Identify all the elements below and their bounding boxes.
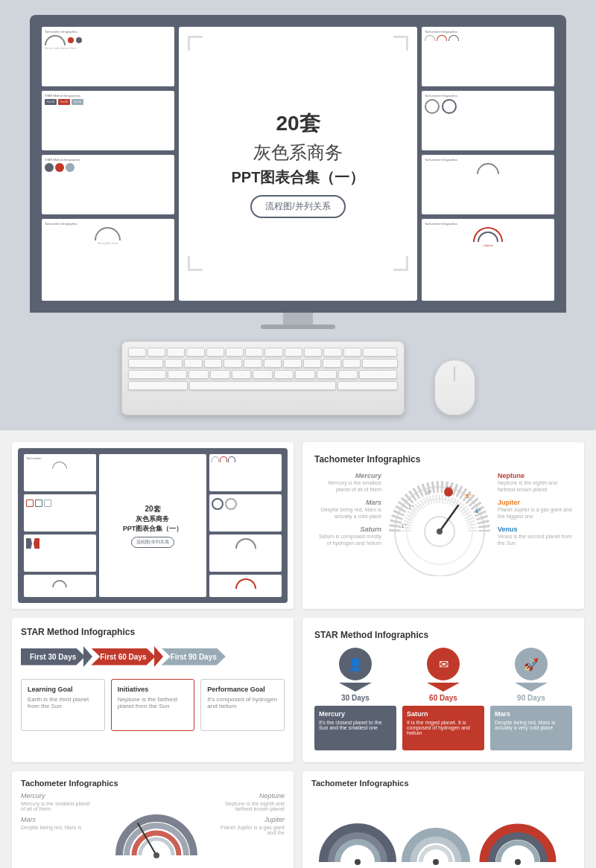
mini-arcs-container	[311, 795, 575, 868]
step-30-days: First 30 Days	[21, 648, 85, 666]
tach-bottom-left-title: Tachometer Infographics	[21, 779, 285, 788]
sp-mini-r3	[209, 534, 282, 572]
star2-col-3: 🚀 90 Days Mars Despite being red, Mars i…	[490, 648, 572, 750]
arc-graphic	[101, 792, 212, 868]
left-thumbnails: Tachometer Infographics Mercury Jupiter …	[42, 27, 174, 301]
key	[165, 359, 183, 368]
slide-preview-inner: Tachometer	[18, 448, 288, 603]
mercury-label: Mercury Mercury is the smallest planet o…	[314, 472, 381, 493]
tach-bottom-right-title: Tachometer Infographics	[311, 779, 575, 788]
mars-label: Mars Despite being red, Mars is actually…	[314, 499, 381, 520]
star2-col-1: 👤 30 Days Mercury It's the closest plane…	[314, 648, 396, 750]
star2-content-2: Saturn It is the ringed planet. It is co…	[402, 706, 484, 750]
svg-point-16	[515, 859, 521, 865]
sp-mini-1: Tachometer	[24, 454, 96, 491]
spacebar	[189, 381, 337, 390]
center-slide: 20套 灰色系商务 PPT图表合集（一） 流程图/并列关系	[179, 27, 417, 301]
star2-content-1: Mercury It's the closest planet to the S…	[314, 706, 396, 750]
sp-right	[209, 454, 282, 597]
venus-label: Venus Venus is the second planet from th…	[498, 526, 572, 546]
key	[232, 370, 252, 379]
key	[188, 370, 209, 379]
thumb-r4: Tachometer Infographics ● Neptune	[422, 219, 554, 301]
right-labels: Neptune Neptune is the eighth and farthe…	[218, 792, 285, 868]
svg-point-15	[433, 859, 439, 865]
star-steps: First 30 Days First 60 Days First 90 Day…	[21, 646, 285, 667]
main-content: Tachometer	[0, 430, 596, 868]
sp-mini-2	[24, 494, 96, 532]
svg-point-4	[437, 529, 443, 534]
star2-icon-3: 🚀	[515, 648, 548, 680]
key	[264, 359, 282, 368]
monitor-inner: Tachometer Infographics Mercury Jupiter …	[37, 22, 559, 305]
person-icon: 👤	[348, 657, 363, 671]
key	[226, 348, 244, 357]
key	[245, 348, 263, 357]
left-labels: Mercury Mercury is the smallest planet o…	[21, 792, 95, 868]
thumb-2: STAR Method Infographics First 30 First …	[42, 91, 174, 150]
key	[224, 359, 242, 368]
jupiter-label: Jupiter Planet Jupiter is a gas giant an…	[498, 499, 572, 520]
key	[264, 348, 282, 357]
step-60-days: First 60 Days	[91, 648, 155, 666]
svg-text:1°: 1°	[401, 523, 407, 529]
svg-point-11	[444, 488, 453, 497]
key	[210, 370, 230, 379]
rocket-icon: 🚀	[524, 657, 539, 671]
key	[128, 381, 188, 390]
key	[338, 370, 358, 379]
tachometer-card: Tachometer Infographics Mercury Mercury …	[302, 442, 584, 609]
main-title-line2: 灰色系商务	[253, 141, 343, 165]
key	[128, 359, 163, 368]
svg-text:6°: 6°	[475, 508, 481, 514]
star-method-1-title: STAR Method Infographics	[21, 627, 285, 637]
right-planet-labels: Neptune Neptune is the eighth and farthe…	[498, 472, 572, 547]
key	[253, 370, 273, 379]
key	[186, 348, 204, 357]
key	[323, 348, 341, 357]
arrow-2	[427, 683, 460, 692]
key	[323, 359, 341, 368]
star-method-card-2: STAR Method Infographics 👤 30 Days Mercu…	[302, 618, 584, 762]
star2-content-3: Mars Despite being red, Mars is actually…	[490, 706, 572, 750]
key	[285, 348, 302, 357]
thumb-r3: Tachometer Infographics	[422, 155, 554, 214]
sp-mini-r2	[209, 494, 282, 532]
thumb-3: STAR Method Infographics	[42, 155, 174, 214]
svg-text:2°: 2°	[408, 504, 414, 511]
slide-preview-card: Tachometer	[12, 442, 294, 609]
keyboard	[121, 341, 405, 415]
key	[362, 359, 397, 368]
key	[337, 381, 397, 390]
sp-left: Tachometer	[24, 454, 96, 597]
mail-icon: ✉	[439, 657, 448, 671]
main-title-line3: PPT图表合集（一）	[232, 167, 365, 188]
star-method-card-1: STAR Method Infographics First 30 Days F…	[12, 618, 294, 762]
sp-mini-3	[24, 534, 96, 572]
gauge-svg-container: 1° 2° 3° 4° 5° 6°	[387, 472, 492, 579]
gauge-svg: 1° 2° 3° 4° 5° 6°	[387, 472, 492, 576]
key	[148, 348, 165, 357]
key	[128, 348, 146, 357]
key	[303, 359, 322, 368]
left-planet-labels: Mercury Mercury is the smallest planet o…	[314, 472, 381, 547]
star-box-3: Performance Goal It's composed of hydrog…	[200, 679, 285, 731]
top-section: Tachometer Infographics Mercury Jupiter …	[0, 0, 596, 329]
thumb-r1: Tachometer Infographics	[422, 27, 554, 86]
key	[204, 359, 223, 368]
step-90-days: First 90 Days	[162, 648, 226, 666]
svg-point-13	[153, 852, 159, 858]
key	[304, 348, 322, 357]
key	[359, 370, 397, 379]
sp-center: 20套 灰色系商务 PPT图表合集（一） 流程图/并列关系	[99, 454, 207, 597]
star2-col-2: ✉ 60 Days Saturn It is the ringed planet…	[402, 648, 484, 750]
key	[168, 370, 188, 379]
main-subtitle: 流程图/并列关系	[250, 195, 345, 218]
main-title-line1: 20套	[276, 109, 320, 138]
thumb-r2: Tachometer Infographics	[422, 91, 554, 150]
tachometer-content: Mercury Mercury is the smallest planet o…	[314, 472, 572, 579]
key	[363, 348, 398, 357]
saturn-label: Saturn Saturn is composed mostly of hydr…	[314, 526, 381, 546]
key	[184, 359, 203, 368]
star-box-1: Learning Goal Earth is the third planet …	[21, 679, 105, 731]
